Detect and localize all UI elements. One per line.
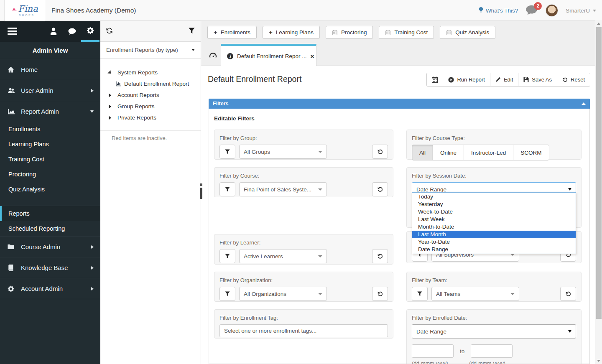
group-select[interactable]: All Groups <box>239 145 327 159</box>
team-select[interactable]: All Teams <box>431 287 519 301</box>
dashboard-icon[interactable] <box>209 52 217 59</box>
sidebar-item-learning-plans[interactable]: Learning Plans <box>0 137 100 152</box>
quiz-analysis-report-button[interactable]: Quiz Analysis <box>440 26 495 39</box>
collapse-arrow-icon[interactable] <box>582 102 586 105</box>
course-select[interactable]: Fina Point of Sales Syste... <box>239 182 327 196</box>
user-avatar[interactable] <box>546 4 558 17</box>
scroll-down-button[interactable] <box>595 357 602 364</box>
caret-expanded-icon[interactable] <box>106 71 114 75</box>
team-reset-button[interactable] <box>560 287 576 301</box>
book-icon <box>8 265 17 271</box>
sidebar-item-course-admin[interactable]: Course Admin <box>0 236 100 257</box>
filters-panel-header[interactable]: Filters <box>209 99 590 109</box>
dropdown-option[interactable]: Year-to-Date <box>412 238 576 246</box>
sidebar-item-account-admin[interactable]: Account Admin <box>0 278 100 299</box>
funnel-icon <box>225 187 230 192</box>
new-enrollments-report-button[interactable]: + Enrollments <box>207 26 257 39</box>
menu-toggle-icon[interactable] <box>8 28 17 36</box>
to-label: to <box>460 348 464 354</box>
schedule-button[interactable] <box>426 73 443 87</box>
dropdown-option[interactable]: Month-to-Date <box>412 223 576 231</box>
panel-resize-handle[interactable] <box>200 188 202 199</box>
learner-filter-funnel-button[interactable] <box>219 249 235 263</box>
vertical-scrollbar[interactable] <box>595 20 602 364</box>
report-type-select[interactable]: Enrollment Reports (by type) <box>100 42 201 59</box>
course-type-online-button[interactable]: Online <box>433 145 464 160</box>
group-reset-button[interactable] <box>372 145 388 159</box>
scrollbar-thumb[interactable] <box>596 27 602 319</box>
organization-reset-button[interactable] <box>372 287 388 301</box>
run-report-button[interactable]: Run Report <box>443 73 490 87</box>
filter-funnel-icon[interactable] <box>189 28 195 34</box>
select-caret-icon <box>318 255 322 257</box>
sidebar-item-reports[interactable]: Reports <box>0 206 100 221</box>
learner-reset-button[interactable] <box>372 249 388 263</box>
training-cost-report-button[interactable]: Training Cost <box>379 26 434 39</box>
tab-default-enrollment-report[interactable]: i Default Enrollment Repor ... × <box>221 44 316 66</box>
reset-button[interactable]: Reset <box>557 73 590 87</box>
caret-collapsed-icon[interactable] <box>106 93 114 97</box>
caret-collapsed-icon[interactable] <box>106 116 114 120</box>
scroll-up-button[interactable] <box>595 20 602 27</box>
sidebar-item-proctoring[interactable]: Proctoring <box>0 167 100 182</box>
user-menu[interactable]: SmarterU <box>566 8 596 14</box>
enrolled-date-select[interactable]: Date Range <box>412 324 576 339</box>
select-caret-icon <box>191 49 195 51</box>
brand-subtitle: SHOES <box>19 14 35 17</box>
dropdown-option[interactable]: Yesterday <box>412 201 576 208</box>
dropdown-option[interactable]: Date Range <box>412 246 576 253</box>
course-type-all-button[interactable]: All <box>412 145 433 160</box>
organization-filter-funnel-button[interactable] <box>219 287 235 301</box>
save-as-button[interactable]: Save As <box>518 73 557 87</box>
sidebar-item-user-admin[interactable]: User Admin <box>0 80 100 101</box>
home-icon <box>8 66 17 73</box>
learner-select[interactable]: Active Learners <box>239 249 327 263</box>
dropdown-option[interactable]: Today <box>412 193 576 201</box>
tree-node-private-reports[interactable]: Private Reports <box>106 112 201 123</box>
course-reset-button[interactable] <box>372 182 388 196</box>
tree-node-system-reports[interactable]: System Reports <box>106 67 201 78</box>
brand-logo[interactable]: Fina SHOES <box>4 0 45 21</box>
enrolled-date-start-input[interactable] <box>412 344 454 358</box>
edit-button[interactable]: Edit <box>490 73 518 87</box>
course-type-scorm-button[interactable]: SCORM <box>513 145 549 160</box>
dropdown-option-highlighted[interactable]: Last Month <box>412 231 576 238</box>
close-icon[interactable]: × <box>311 53 314 59</box>
tree-node-account-reports[interactable]: Account Reports <box>106 89 201 101</box>
funnel-icon <box>417 291 422 296</box>
sidebar-item-quiz-analysis[interactable]: Quiz Analysis <box>0 182 100 197</box>
messages-icon[interactable] <box>63 21 81 42</box>
sidebar-item-knowledge-base[interactable]: Knowledge Base <box>0 257 100 278</box>
group-filter-funnel-button[interactable] <box>219 145 235 159</box>
sidebar-item-home[interactable]: Home <box>0 59 100 80</box>
enrolled-date-range-row: to <box>412 344 576 358</box>
proctoring-report-button[interactable]: Proctoring <box>326 26 373 39</box>
admin-gear-icon[interactable] <box>81 21 99 42</box>
panel-resize-dot[interactable] <box>200 183 202 186</box>
dropdown-option[interactable]: Week-to-Date <box>412 208 576 216</box>
whats-this-link[interactable]: What's This? <box>479 7 518 14</box>
user-view-icon[interactable] <box>44 21 63 42</box>
sidebar: Admin View Home User Admin Report Admin … <box>0 21 100 364</box>
plus-icon: + <box>269 29 273 36</box>
sidebar-item-scheduled-reporting[interactable]: Scheduled Reporting <box>0 221 100 236</box>
course-type-instructor-led-button[interactable]: Instructor-Led <box>464 145 513 160</box>
sidebar-item-report-admin[interactable]: Report Admin <box>0 101 100 122</box>
notifications-button[interactable]: 2 <box>525 5 538 16</box>
dropdown-option[interactable]: Last Week <box>412 216 576 223</box>
refresh-icon[interactable] <box>106 27 113 34</box>
account-title: Fina Shoes Academy (Demo) <box>51 0 136 21</box>
course-filter-funnel-button[interactable] <box>219 182 235 196</box>
organization-select[interactable]: All Organizations <box>239 287 327 301</box>
tree-node-default-enrollment-report[interactable]: Default Enrollment Report <box>106 78 201 89</box>
sidebar-item-enrollments[interactable]: Enrollments <box>0 122 100 137</box>
enrollment-tag-input[interactable] <box>219 324 388 337</box>
enrolled-date-end-input[interactable] <box>471 344 513 358</box>
new-learning-plans-report-button[interactable]: + Learning Plans <box>263 26 320 39</box>
caret-collapsed-icon[interactable] <box>106 104 114 109</box>
tree-node-group-reports[interactable]: Group Reports <box>106 101 201 112</box>
team-filter-funnel-button[interactable] <box>412 287 428 301</box>
select-caret-icon <box>318 188 322 191</box>
sidebar-item-training-cost[interactable]: Training Cost <box>0 152 100 167</box>
plus-icon: + <box>214 29 217 36</box>
